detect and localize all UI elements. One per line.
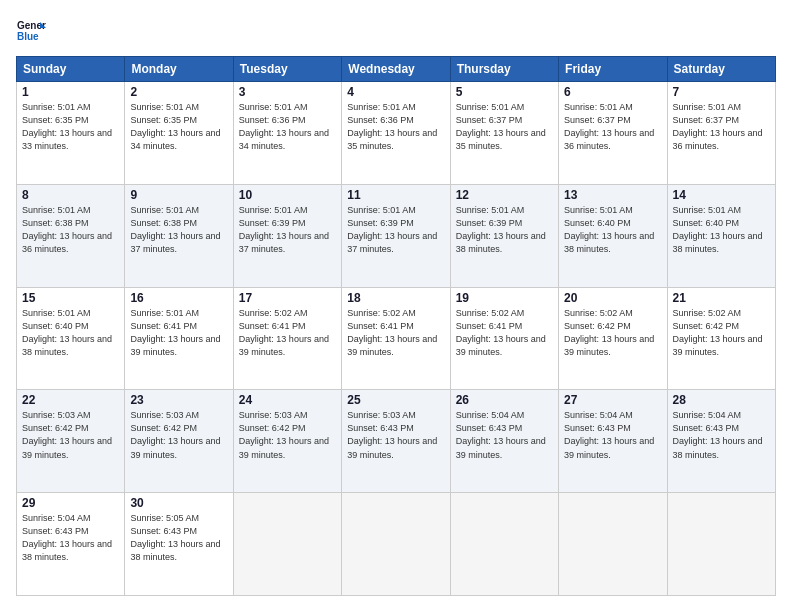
svg-text:Blue: Blue bbox=[17, 31, 39, 42]
day-number: 12 bbox=[456, 188, 553, 202]
calendar-cell: 29Sunrise: 5:04 AMSunset: 6:43 PMDayligh… bbox=[17, 493, 125, 596]
day-info: Sunrise: 5:01 AMSunset: 6:39 PMDaylight:… bbox=[347, 204, 444, 256]
calendar-cell bbox=[233, 493, 341, 596]
logo-graphic: General Blue bbox=[16, 16, 46, 46]
day-info: Sunrise: 5:04 AMSunset: 6:43 PMDaylight:… bbox=[564, 409, 661, 461]
calendar-week-row: 29Sunrise: 5:04 AMSunset: 6:43 PMDayligh… bbox=[17, 493, 776, 596]
day-number: 3 bbox=[239, 85, 336, 99]
calendar-cell: 7Sunrise: 5:01 AMSunset: 6:37 PMDaylight… bbox=[667, 82, 775, 185]
day-number: 15 bbox=[22, 291, 119, 305]
calendar-cell bbox=[342, 493, 450, 596]
day-info: Sunrise: 5:04 AMSunset: 6:43 PMDaylight:… bbox=[456, 409, 553, 461]
day-number: 8 bbox=[22, 188, 119, 202]
calendar-cell: 3Sunrise: 5:01 AMSunset: 6:36 PMDaylight… bbox=[233, 82, 341, 185]
weekday-header-sunday: Sunday bbox=[17, 57, 125, 82]
day-number: 21 bbox=[673, 291, 770, 305]
logo-container: General Blue bbox=[16, 16, 46, 46]
day-number: 26 bbox=[456, 393, 553, 407]
day-info: Sunrise: 5:01 AMSunset: 6:40 PMDaylight:… bbox=[564, 204, 661, 256]
day-number: 29 bbox=[22, 496, 119, 510]
calendar-cell: 16Sunrise: 5:01 AMSunset: 6:41 PMDayligh… bbox=[125, 287, 233, 390]
day-info: Sunrise: 5:01 AMSunset: 6:36 PMDaylight:… bbox=[239, 101, 336, 153]
calendar-cell: 28Sunrise: 5:04 AMSunset: 6:43 PMDayligh… bbox=[667, 390, 775, 493]
calendar-cell: 9Sunrise: 5:01 AMSunset: 6:38 PMDaylight… bbox=[125, 184, 233, 287]
day-number: 14 bbox=[673, 188, 770, 202]
day-number: 9 bbox=[130, 188, 227, 202]
calendar-cell: 10Sunrise: 5:01 AMSunset: 6:39 PMDayligh… bbox=[233, 184, 341, 287]
logo: General Blue bbox=[16, 16, 46, 46]
day-number: 28 bbox=[673, 393, 770, 407]
day-number: 25 bbox=[347, 393, 444, 407]
calendar-cell: 18Sunrise: 5:02 AMSunset: 6:41 PMDayligh… bbox=[342, 287, 450, 390]
calendar-week-row: 15Sunrise: 5:01 AMSunset: 6:40 PMDayligh… bbox=[17, 287, 776, 390]
weekday-header-thursday: Thursday bbox=[450, 57, 558, 82]
day-info: Sunrise: 5:01 AMSunset: 6:39 PMDaylight:… bbox=[456, 204, 553, 256]
calendar-cell: 11Sunrise: 5:01 AMSunset: 6:39 PMDayligh… bbox=[342, 184, 450, 287]
day-number: 10 bbox=[239, 188, 336, 202]
calendar-cell: 30Sunrise: 5:05 AMSunset: 6:43 PMDayligh… bbox=[125, 493, 233, 596]
calendar-cell: 13Sunrise: 5:01 AMSunset: 6:40 PMDayligh… bbox=[559, 184, 667, 287]
calendar-cell: 5Sunrise: 5:01 AMSunset: 6:37 PMDaylight… bbox=[450, 82, 558, 185]
calendar-cell: 1Sunrise: 5:01 AMSunset: 6:35 PMDaylight… bbox=[17, 82, 125, 185]
weekday-header-saturday: Saturday bbox=[667, 57, 775, 82]
day-number: 4 bbox=[347, 85, 444, 99]
day-info: Sunrise: 5:01 AMSunset: 6:38 PMDaylight:… bbox=[22, 204, 119, 256]
calendar-cell: 24Sunrise: 5:03 AMSunset: 6:42 PMDayligh… bbox=[233, 390, 341, 493]
calendar-cell: 20Sunrise: 5:02 AMSunset: 6:42 PMDayligh… bbox=[559, 287, 667, 390]
day-info: Sunrise: 5:01 AMSunset: 6:35 PMDaylight:… bbox=[22, 101, 119, 153]
day-number: 20 bbox=[564, 291, 661, 305]
weekday-header-row: SundayMondayTuesdayWednesdayThursdayFrid… bbox=[17, 57, 776, 82]
day-number: 17 bbox=[239, 291, 336, 305]
day-info: Sunrise: 5:02 AMSunset: 6:41 PMDaylight:… bbox=[347, 307, 444, 359]
calendar-cell: 25Sunrise: 5:03 AMSunset: 6:43 PMDayligh… bbox=[342, 390, 450, 493]
day-info: Sunrise: 5:01 AMSunset: 6:39 PMDaylight:… bbox=[239, 204, 336, 256]
day-info: Sunrise: 5:01 AMSunset: 6:38 PMDaylight:… bbox=[130, 204, 227, 256]
day-info: Sunrise: 5:01 AMSunset: 6:41 PMDaylight:… bbox=[130, 307, 227, 359]
calendar-cell: 2Sunrise: 5:01 AMSunset: 6:35 PMDaylight… bbox=[125, 82, 233, 185]
day-number: 18 bbox=[347, 291, 444, 305]
calendar-cell: 14Sunrise: 5:01 AMSunset: 6:40 PMDayligh… bbox=[667, 184, 775, 287]
day-number: 7 bbox=[673, 85, 770, 99]
weekday-header-tuesday: Tuesday bbox=[233, 57, 341, 82]
day-number: 30 bbox=[130, 496, 227, 510]
weekday-header-wednesday: Wednesday bbox=[342, 57, 450, 82]
calendar-cell bbox=[667, 493, 775, 596]
day-number: 1 bbox=[22, 85, 119, 99]
day-info: Sunrise: 5:03 AMSunset: 6:42 PMDaylight:… bbox=[239, 409, 336, 461]
day-info: Sunrise: 5:02 AMSunset: 6:42 PMDaylight:… bbox=[564, 307, 661, 359]
day-number: 24 bbox=[239, 393, 336, 407]
day-number: 6 bbox=[564, 85, 661, 99]
calendar-cell: 8Sunrise: 5:01 AMSunset: 6:38 PMDaylight… bbox=[17, 184, 125, 287]
day-info: Sunrise: 5:05 AMSunset: 6:43 PMDaylight:… bbox=[130, 512, 227, 564]
day-number: 16 bbox=[130, 291, 227, 305]
day-info: Sunrise: 5:01 AMSunset: 6:40 PMDaylight:… bbox=[673, 204, 770, 256]
day-number: 23 bbox=[130, 393, 227, 407]
day-number: 13 bbox=[564, 188, 661, 202]
day-info: Sunrise: 5:03 AMSunset: 6:43 PMDaylight:… bbox=[347, 409, 444, 461]
weekday-header-monday: Monday bbox=[125, 57, 233, 82]
day-info: Sunrise: 5:03 AMSunset: 6:42 PMDaylight:… bbox=[22, 409, 119, 461]
day-number: 2 bbox=[130, 85, 227, 99]
calendar-week-row: 1Sunrise: 5:01 AMSunset: 6:35 PMDaylight… bbox=[17, 82, 776, 185]
day-info: Sunrise: 5:01 AMSunset: 6:40 PMDaylight:… bbox=[22, 307, 119, 359]
day-info: Sunrise: 5:01 AMSunset: 6:35 PMDaylight:… bbox=[130, 101, 227, 153]
calendar-cell: 21Sunrise: 5:02 AMSunset: 6:42 PMDayligh… bbox=[667, 287, 775, 390]
calendar-cell bbox=[450, 493, 558, 596]
day-info: Sunrise: 5:02 AMSunset: 6:41 PMDaylight:… bbox=[239, 307, 336, 359]
day-info: Sunrise: 5:01 AMSunset: 6:37 PMDaylight:… bbox=[673, 101, 770, 153]
page: General Blue SundayMondayTuesdayWednesda… bbox=[0, 0, 792, 612]
calendar-table: SundayMondayTuesdayWednesdayThursdayFrid… bbox=[16, 56, 776, 596]
day-info: Sunrise: 5:01 AMSunset: 6:37 PMDaylight:… bbox=[564, 101, 661, 153]
calendar-cell bbox=[559, 493, 667, 596]
header: General Blue bbox=[16, 16, 776, 46]
calendar-cell: 17Sunrise: 5:02 AMSunset: 6:41 PMDayligh… bbox=[233, 287, 341, 390]
calendar-week-row: 8Sunrise: 5:01 AMSunset: 6:38 PMDaylight… bbox=[17, 184, 776, 287]
day-info: Sunrise: 5:01 AMSunset: 6:37 PMDaylight:… bbox=[456, 101, 553, 153]
calendar-cell: 6Sunrise: 5:01 AMSunset: 6:37 PMDaylight… bbox=[559, 82, 667, 185]
calendar-cell: 12Sunrise: 5:01 AMSunset: 6:39 PMDayligh… bbox=[450, 184, 558, 287]
day-info: Sunrise: 5:01 AMSunset: 6:36 PMDaylight:… bbox=[347, 101, 444, 153]
day-number: 11 bbox=[347, 188, 444, 202]
calendar-cell: 15Sunrise: 5:01 AMSunset: 6:40 PMDayligh… bbox=[17, 287, 125, 390]
calendar-cell: 22Sunrise: 5:03 AMSunset: 6:42 PMDayligh… bbox=[17, 390, 125, 493]
weekday-header-friday: Friday bbox=[559, 57, 667, 82]
